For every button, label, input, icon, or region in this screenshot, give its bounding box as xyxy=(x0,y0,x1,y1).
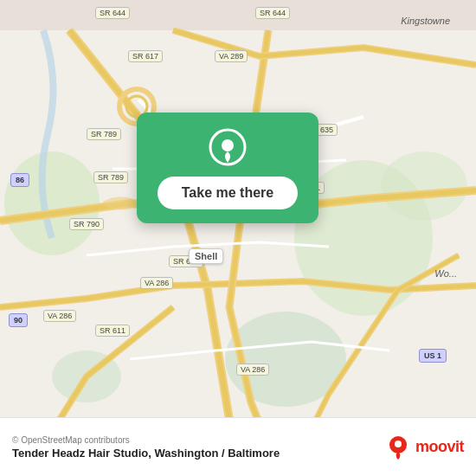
map-container: SR 644 SR 644 SR 617 VA 289 SR 789 SR 78… xyxy=(0,0,476,476)
moovit-icon xyxy=(386,435,410,460)
moovit-logo: moovit xyxy=(386,435,464,460)
road-label-va286-far-left: VA 286 xyxy=(43,310,76,322)
road-label-sr617: SR 617 xyxy=(128,50,163,62)
attribution-text: © OpenStreetMap contributors xyxy=(12,435,280,445)
road-label-sr644-left: SR 644 xyxy=(95,7,130,19)
moovit-text: moovit xyxy=(415,438,464,456)
road-label-va286-bottom: VA 286 xyxy=(236,363,269,376)
road-label-86: 86 xyxy=(10,173,29,187)
footer-info: © OpenStreetMap contributors Tender Head… xyxy=(12,435,280,460)
road-label-sr790: SR 790 xyxy=(69,218,104,230)
map-background xyxy=(0,0,476,476)
road-label-90: 90 xyxy=(9,313,28,327)
svg-point-5 xyxy=(381,151,467,221)
footer-bar: © OpenStreetMap contributors Tender Head… xyxy=(0,417,476,476)
take-me-there-button[interactable]: Take me there xyxy=(158,177,298,209)
road-label-sr789-top: SR 789 xyxy=(87,128,121,140)
road-label-sr789-bottom: SR 789 xyxy=(93,171,128,183)
pin-icon xyxy=(209,128,247,166)
location-card: Take me there xyxy=(137,113,318,223)
road-label-sr611-bottom: SR 611 xyxy=(95,325,130,337)
svg-point-11 xyxy=(395,441,402,447)
road-label-us1: US 1 xyxy=(419,349,447,363)
kingstowne-label: Kingstowne xyxy=(401,16,450,26)
svg-point-1 xyxy=(4,151,100,255)
svg-point-9 xyxy=(222,139,234,151)
location-title: Tender Headz Hair Studio, Washington / B… xyxy=(12,447,280,460)
road-label-va286-left: VA 286 xyxy=(140,277,173,289)
road-label-va289: VA 289 xyxy=(215,50,248,62)
road-label-sr644-right: SR 644 xyxy=(255,7,290,19)
shell-label: Shell xyxy=(189,248,223,264)
wood-label: Wo... xyxy=(434,268,457,279)
